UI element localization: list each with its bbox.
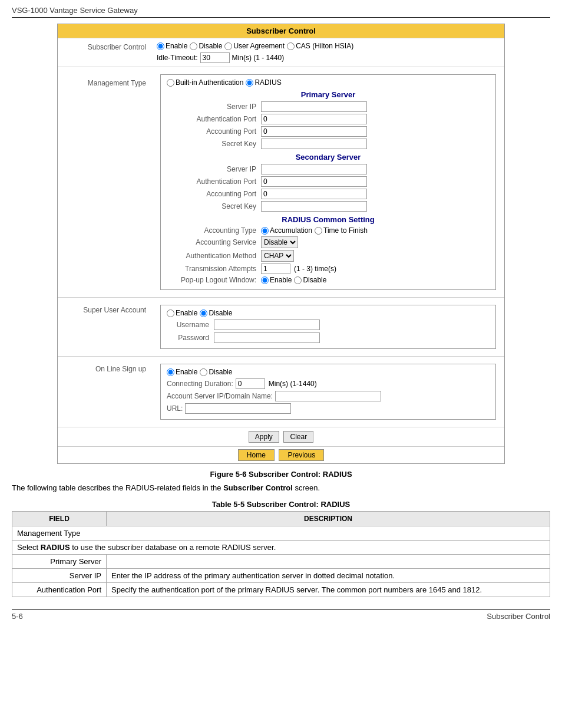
- sc-header: Subscriber Control: [58, 24, 504, 38]
- secondary-acct-port-input[interactable]: [261, 189, 367, 199]
- acct-server-input[interactable]: [275, 391, 381, 401]
- apply-button[interactable]: Apply: [249, 431, 279, 443]
- radio-online-enable[interactable]: Enable: [167, 368, 197, 376]
- radio-popup-disable[interactable]: Disable: [294, 276, 326, 284]
- acct-server-label: Account Server IP/Domain Name:: [167, 392, 275, 400]
- secondary-acct-port-row: Accounting Port: [167, 189, 490, 199]
- transmission-label: Transmission Attempts: [167, 265, 261, 273]
- sc-super-row: Super User Account Enable Disable Userna…: [58, 298, 504, 357]
- primary-secret-key-input[interactable]: [261, 139, 367, 149]
- secondary-secret-key-row: Secret Key: [167, 201, 490, 212]
- username-input[interactable]: [214, 319, 320, 330]
- sc-middle-row: Management Type Built-in Authentication …: [58, 67, 504, 298]
- secondary-auth-port-label: Authentication Port: [167, 177, 261, 186]
- table-row: Server IP Enter the IP address of the pr…: [12, 568, 550, 582]
- previous-button[interactable]: Previous: [279, 449, 324, 461]
- url-label: URL:: [167, 404, 185, 413]
- radio-time-to-finish[interactable]: Time to Finish: [315, 226, 368, 235]
- sc-online-row: On Line Sign up Enable Disable Connectin…: [58, 357, 504, 427]
- col-field-header: FIELD: [12, 511, 107, 526]
- secondary-server-title: Secondary Server: [167, 153, 490, 162]
- nav-row: Home Previous: [58, 447, 504, 463]
- online-enable-radio-group: Enable Disable: [167, 368, 490, 376]
- page-header: VSG-1000 Vantage Service Gateway: [12, 6, 550, 18]
- primary-acct-port-label: Accounting Port: [167, 127, 261, 136]
- sc-enable-radio-group: Enable Disable User Agreement CAS (Hilto…: [157, 42, 500, 50]
- secondary-server-ip-input[interactable]: [261, 164, 367, 174]
- password-label: Password: [167, 334, 214, 342]
- primary-secret-key-label: Secret Key: [167, 140, 261, 148]
- radio-builtin[interactable]: Built-in Authentication: [167, 78, 243, 87]
- url-row: URL:: [167, 403, 490, 414]
- popup-label: Pop-up Logout Window:: [167, 276, 261, 284]
- radio-user-agreement[interactable]: User Agreement: [224, 42, 285, 50]
- primary-auth-port-input[interactable]: [261, 114, 367, 124]
- secondary-secret-key-input[interactable]: [261, 201, 367, 212]
- username-label: Username: [167, 321, 214, 329]
- radius-common-title: RADIUS Common Setting: [167, 215, 490, 224]
- home-button[interactable]: Home: [238, 449, 275, 461]
- auth-method-row: Authentication Method CHAP PAP: [167, 250, 490, 262]
- data-table: FIELD DESCRIPTION Management Type Select…: [12, 511, 550, 597]
- primary-secret-key-row: Secret Key: [167, 139, 490, 149]
- table-caption: Table 5-5 Subscriber Control: RADIUS: [12, 500, 550, 509]
- desc-paragraph: The following table describes the RADIUS…: [12, 482, 550, 494]
- table-row: Select RADIUS to use the subscriber data…: [12, 540, 550, 554]
- password-input[interactable]: [214, 332, 320, 343]
- transmission-row: Transmission Attempts (1 - 3) time(s): [167, 263, 490, 274]
- radio-online-disable[interactable]: Disable: [200, 368, 232, 376]
- secondary-acct-port-label: Accounting Port: [167, 190, 261, 198]
- auth-method-select[interactable]: CHAP PAP: [261, 250, 294, 262]
- primary-auth-port-label: Authentication Port: [167, 115, 261, 123]
- primary-auth-port-row: Authentication Port: [167, 114, 490, 124]
- radio-popup-enable[interactable]: Enable: [261, 276, 292, 284]
- secondary-server-ip-row: Server IP: [167, 164, 490, 174]
- radio-disable[interactable]: Disable: [190, 42, 222, 50]
- secondary-auth-port-row: Authentication Port: [167, 176, 490, 187]
- duration-label: Connecting Duration:: [167, 380, 236, 388]
- sc-inner-box: Built-in Authentication RADIUS Primary S…: [160, 74, 496, 290]
- duration-row: Connecting Duration: Min(s) (1-1440): [167, 378, 490, 389]
- figure-caption: Figure 5-6 Subscriber Control: RADIUS: [12, 470, 550, 479]
- secondary-secret-key-label: Secret Key: [167, 202, 261, 210]
- url-input[interactable]: [185, 403, 291, 414]
- username-row: Username: [167, 319, 490, 330]
- radio-super-enable[interactable]: Enable: [167, 309, 197, 317]
- management-type-label: Management Type: [58, 67, 152, 297]
- primary-acct-port-row: Accounting Port: [167, 126, 490, 137]
- primary-acct-port-input[interactable]: [261, 126, 367, 137]
- online-signup-label: On Line Sign up: [58, 357, 152, 427]
- password-row: Password: [167, 332, 490, 343]
- auth-type-radio-group: Built-in Authentication RADIUS: [167, 78, 490, 87]
- primary-server-ip-row: Server IP: [167, 101, 490, 112]
- col-desc-header: DESCRIPTION: [107, 511, 550, 526]
- table-row: Management Type: [12, 526, 550, 540]
- footer-right: Subscriber Control: [487, 612, 550, 621]
- radio-enable[interactable]: Enable: [157, 42, 187, 50]
- super-enable-radio-group: Enable Disable: [167, 309, 490, 317]
- duration-input[interactable]: [236, 378, 265, 389]
- super-user-inner-box: Enable Disable Username Password: [160, 305, 496, 349]
- online-signup-inner-box: Enable Disable Connecting Duration: Min(…: [160, 364, 496, 420]
- acct-type-row: Accounting Type Accumulation Time to Fin…: [167, 226, 490, 235]
- acct-service-select[interactable]: Disable Enable: [261, 236, 298, 248]
- main-container: Subscriber Control Subscriber Control En…: [57, 24, 505, 464]
- buttons-row: Apply Clear: [58, 427, 504, 447]
- radio-super-disable[interactable]: Disable: [200, 309, 232, 317]
- clear-button[interactable]: Clear: [283, 431, 313, 443]
- footer-left: 5-6: [12, 612, 23, 621]
- sc-top-content: Enable Disable User Agreement CAS (Hilto…: [152, 38, 504, 67]
- transmission-input[interactable]: [261, 263, 290, 274]
- acct-service-label: Accounting Service: [167, 238, 261, 246]
- secondary-auth-port-input[interactable]: [261, 176, 367, 187]
- secondary-server-ip-label: Server IP: [167, 165, 261, 173]
- acct-type-label: Accounting Type: [167, 226, 261, 235]
- sc-top-label: Subscriber Control: [58, 38, 152, 67]
- primary-server-ip-input[interactable]: [261, 101, 367, 112]
- table-row: Primary Server: [12, 554, 550, 568]
- radio-cas[interactable]: CAS (Hilton HSIA): [287, 42, 353, 50]
- super-user-label: Super User Account: [58, 298, 152, 356]
- idle-timeout-input[interactable]: [200, 52, 230, 63]
- radio-radius[interactable]: RADIUS: [246, 78, 281, 87]
- radio-accumulation[interactable]: Accumulation: [261, 226, 312, 235]
